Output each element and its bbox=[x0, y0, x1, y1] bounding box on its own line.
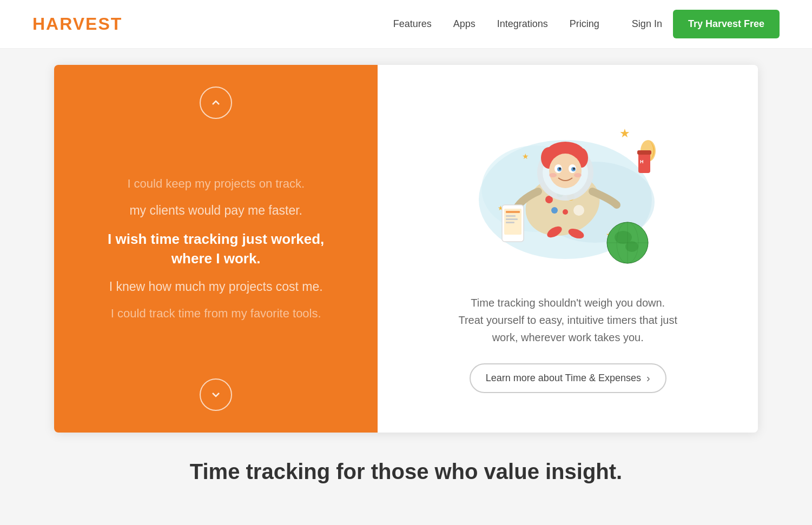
learn-more-label: Learn more about Time & Expenses bbox=[486, 373, 641, 384]
hero-right-panel: ★ ★ ★ ★ ★ bbox=[378, 65, 758, 433]
svg-rect-35 bbox=[506, 222, 514, 223]
svg-rect-34 bbox=[506, 218, 518, 220]
message-5: I could track time from my favorite tool… bbox=[111, 305, 321, 322]
message-3-active: I wish time tracking just worked, where … bbox=[87, 229, 345, 269]
message-1: I could keep my projects on track. bbox=[127, 176, 305, 192]
svg-point-27 bbox=[573, 168, 575, 170]
messages-container: I could keep my projects on track. my cl… bbox=[87, 119, 345, 378]
svg-point-14 bbox=[563, 209, 568, 215]
harvest-logo[interactable]: HARVEST bbox=[32, 14, 122, 34]
learn-more-button[interactable]: Learn more about Time & Expenses › bbox=[470, 363, 666, 393]
try-harvest-button[interactable]: Try Harvest Free bbox=[673, 10, 780, 38]
main-nav: Features Apps Integrations Pricing bbox=[393, 18, 599, 30]
svg-point-26 bbox=[559, 168, 561, 170]
chevron-right-icon: › bbox=[646, 372, 650, 384]
svg-point-28 bbox=[549, 173, 557, 177]
sign-in-link[interactable]: Sign In bbox=[632, 18, 662, 30]
svg-point-21 bbox=[549, 154, 582, 188]
message-2: my clients would pay me faster. bbox=[129, 202, 302, 219]
hero-left-panel: I could keep my projects on track. my cl… bbox=[54, 65, 378, 433]
svg-rect-33 bbox=[506, 215, 516, 217]
svg-text:H: H bbox=[640, 159, 644, 164]
svg-rect-37 bbox=[637, 150, 651, 155]
nav-features[interactable]: Features bbox=[393, 18, 432, 30]
nav-apps[interactable]: Apps bbox=[453, 18, 476, 30]
chevron-up-icon bbox=[209, 96, 222, 109]
nav-integrations[interactable]: Integrations bbox=[497, 18, 548, 30]
svg-rect-32 bbox=[506, 211, 520, 213]
nav-pricing[interactable]: Pricing bbox=[570, 18, 599, 30]
svg-point-15 bbox=[573, 205, 584, 216]
hero-card: I could keep my projects on track. my cl… bbox=[54, 65, 758, 433]
message-4: I knew how much my projects cost me. bbox=[109, 278, 323, 295]
svg-point-13 bbox=[551, 207, 558, 214]
hero-description: Time tracking shouldn't weigh you down.T… bbox=[458, 294, 677, 346]
tagline: Time tracking for those who value insigh… bbox=[54, 433, 758, 495]
svg-point-29 bbox=[574, 173, 582, 177]
scroll-up-button[interactable] bbox=[200, 87, 232, 119]
hero-illustration: ★ ★ ★ ★ ★ bbox=[465, 105, 671, 278]
chevron-down-icon bbox=[209, 388, 222, 401]
svg-text:★: ★ bbox=[522, 152, 529, 161]
svg-text:★: ★ bbox=[619, 127, 630, 140]
scroll-down-button[interactable] bbox=[200, 378, 232, 411]
